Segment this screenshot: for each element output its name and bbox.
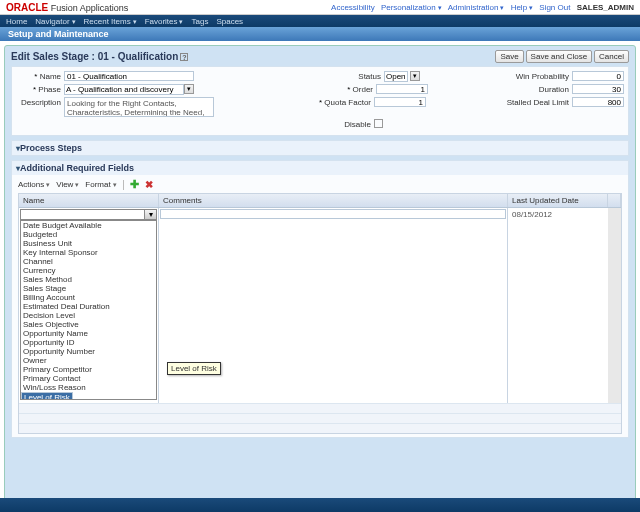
quota-label: Quota Factor (314, 97, 374, 107)
name-dropdown-list[interactable]: Date Budget AvailableBudgetedBusiness Un… (20, 220, 157, 400)
col-comments[interactable]: Comments (159, 194, 508, 207)
tooltip: Level of Risk (167, 362, 221, 375)
help-icon[interactable]: ? (180, 53, 188, 61)
toolbar-separator (123, 180, 124, 190)
desc-label: Description (16, 97, 64, 107)
status-value: Open (384, 71, 408, 82)
duration-label: Duration (502, 84, 572, 94)
duration-field[interactable] (572, 84, 624, 94)
edit-panel: Edit Sales Stage : 01 - Qualification? S… (4, 45, 636, 505)
dropdown-option[interactable]: Decision Level (21, 311, 156, 320)
toolbar: Actions View Format ✚ ✖ (18, 178, 622, 191)
menu-navigator[interactable]: Navigator (35, 17, 75, 26)
dropdown-option[interactable]: Owner (21, 356, 156, 365)
page-title: Setup and Maintenance (0, 27, 640, 41)
link-administration[interactable]: Administration (448, 3, 505, 12)
dropdown-option[interactable]: Business Unit (21, 239, 156, 248)
dropdown-option[interactable]: Opportunity ID (21, 338, 156, 347)
link-signout[interactable]: Sign Out (539, 3, 570, 12)
additional-fields-section: Additional Required Fields Actions View … (11, 160, 629, 438)
process-steps-section: Process Steps (11, 140, 629, 156)
winprob-field[interactable] (572, 71, 624, 81)
brand: ORACLE Fusion Applications (6, 2, 128, 13)
dropdown-option[interactable]: Level of Risk (21, 392, 73, 400)
dropdown-option[interactable]: Date Budget Available (21, 221, 156, 230)
dropdown-option[interactable]: Primary Contact (21, 374, 156, 383)
panel-title-text: Edit Sales Stage : 01 - Qualification (11, 51, 178, 62)
header-links: Accessibility Personalization Administra… (327, 3, 634, 12)
menu-recent[interactable]: Recent Items (84, 17, 137, 26)
dropdown-option[interactable]: Currency (21, 266, 156, 275)
toolbar-actions[interactable]: Actions (18, 180, 50, 189)
dropdown-option[interactable]: Sales Objective (21, 320, 156, 329)
brand-product: Fusion Applications (51, 3, 129, 13)
comments-input[interactable] (160, 209, 506, 219)
disable-label: Disable (314, 119, 374, 129)
dropdown-option[interactable]: Billing Account (21, 293, 156, 302)
menu-tags[interactable]: Tags (192, 17, 209, 26)
menubar: Home Navigator Recent Items Favorites Ta… (0, 15, 640, 27)
dropdown-option[interactable]: Channel (21, 257, 156, 266)
status-label: Status (324, 71, 384, 81)
menu-spaces[interactable]: Spaces (216, 17, 243, 26)
chevron-down-icon[interactable]: ▾ (144, 210, 156, 219)
disable-checkbox[interactable] (374, 119, 383, 128)
dropdown-option[interactable]: Sales Stage (21, 284, 156, 293)
order-field[interactable] (376, 84, 428, 94)
save-button[interactable]: Save (495, 50, 523, 63)
delete-icon[interactable]: ✖ (145, 179, 153, 190)
quota-field[interactable] (374, 97, 426, 107)
dropdown-option[interactable]: Primary Competitor (21, 365, 156, 374)
col-scroll-spacer (608, 194, 621, 207)
phase-dropdown-button[interactable]: ▾ (184, 84, 194, 94)
col-name[interactable]: Name (19, 194, 159, 207)
grid-blank-area (19, 413, 621, 423)
save-close-button[interactable]: Save and Close (526, 50, 592, 63)
winprob-label: Win Probability (502, 71, 572, 81)
additional-fields-header[interactable]: Additional Required Fields (12, 161, 628, 175)
name-dropdown[interactable]: ▾ (20, 209, 157, 220)
last-updated-value: 08/15/2012 (508, 208, 608, 403)
fields-grid: Name Comments Last Updated Date ▾ Date B… (18, 193, 622, 434)
status-dropdown-button[interactable]: ▾ (410, 71, 420, 81)
link-personalization[interactable]: Personalization (381, 3, 442, 12)
phase-value: A - Qualification and discovery (64, 84, 184, 95)
phase-label: Phase (16, 84, 64, 94)
panel-title: Edit Sales Stage : 01 - Qualification? (11, 51, 188, 62)
cancel-button[interactable]: Cancel (594, 50, 629, 63)
process-steps-header[interactable]: Process Steps (12, 141, 628, 155)
toolbar-view[interactable]: View (56, 180, 79, 189)
toolbar-format[interactable]: Format (85, 180, 116, 189)
footer (0, 498, 640, 512)
name-label: Name (16, 71, 64, 81)
grid-header: Name Comments Last Updated Date (19, 194, 621, 208)
brand-vendor: ORACLE (6, 2, 48, 13)
link-help[interactable]: Help (511, 3, 533, 12)
user-label: SALES_ADMIN (577, 3, 634, 12)
dropdown-option[interactable]: Opportunity Name (21, 329, 156, 338)
dropdown-option[interactable]: Budgeted (21, 230, 156, 239)
dropdown-option[interactable]: Key Internal Sponsor (21, 248, 156, 257)
name-field[interactable] (64, 71, 194, 81)
link-accessibility[interactable]: Accessibility (331, 3, 375, 12)
grid-blank-area (19, 423, 621, 433)
dropdown-option[interactable]: Opportunity Number (21, 347, 156, 356)
col-last-updated[interactable]: Last Updated Date (508, 194, 608, 207)
grid-blank-area (19, 403, 621, 413)
form: Name StatusOpen ▾ Win Probability PhaseA… (11, 66, 629, 136)
order-label: Order (316, 84, 376, 94)
dropdown-option[interactable]: Estimated Deal Duration (21, 302, 156, 311)
dropdown-option[interactable]: Sales Method (21, 275, 156, 284)
dropdown-option[interactable]: Win/Loss Reason (21, 383, 156, 392)
menu-home[interactable]: Home (6, 17, 27, 26)
stalled-label: Stalled Deal Limit (502, 97, 572, 107)
menu-favorites[interactable]: Favorites (145, 17, 184, 26)
add-icon[interactable]: ✚ (130, 178, 139, 191)
desc-field[interactable]: Looking for the Right Contacts, Characte… (64, 97, 214, 117)
grid-scrollbar[interactable] (608, 208, 621, 403)
stalled-field[interactable] (572, 97, 624, 107)
